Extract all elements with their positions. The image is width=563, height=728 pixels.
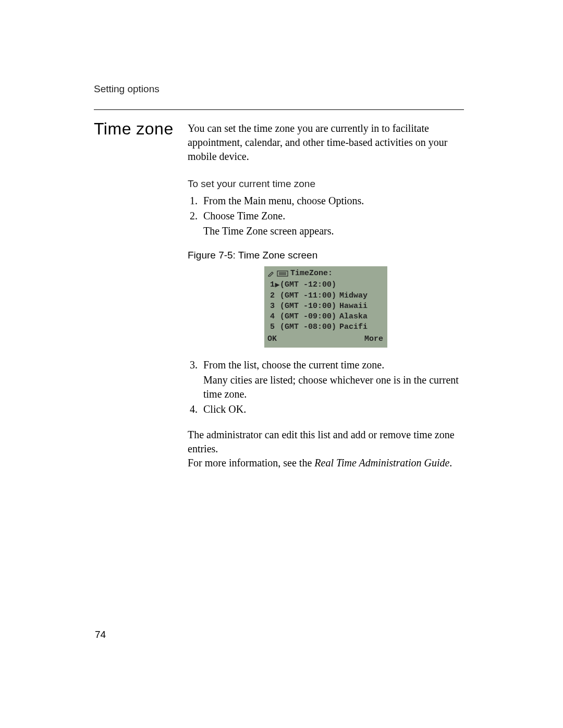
row-spacer <box>275 324 280 331</box>
row-spacer <box>275 313 280 321</box>
selection-arrow-icon: ▶ <box>275 281 280 289</box>
step-text: From the list, choose the current time z… <box>203 359 384 371</box>
title-column: Time zone <box>94 119 188 139</box>
screen-row: 5 (GMT -08:00)Pacifi <box>267 322 384 332</box>
screen-row: 4 (GMT -09:00)Alaska <box>267 312 384 322</box>
row-number: 5 <box>267 322 275 332</box>
row-gmt: (GMT -10:00) <box>280 301 336 312</box>
row-label: Pacifi <box>339 322 368 332</box>
closing-line2-suffix: . <box>449 457 452 468</box>
pencil-icon <box>267 270 275 277</box>
row-number: 4 <box>267 312 275 322</box>
row-number: 2 <box>267 291 275 301</box>
ok-softkey: OK <box>267 334 277 344</box>
row-gmt: (GMT -08:00) <box>280 322 336 332</box>
step-text: Choose Time Zone. <box>203 210 285 221</box>
row-label: Alaska <box>339 312 368 322</box>
horizontal-rule <box>94 109 464 110</box>
step-note: The Time Zone screen appears. <box>203 224 464 238</box>
steps-list-part1: From the Main menu, choose Options. Choo… <box>188 194 464 238</box>
screen-row: 3 (GMT -10:00)Hawaii <box>267 301 384 312</box>
row-gmt: (GMT -09:00) <box>280 312 336 322</box>
closing-line2-italic: Real Time Administration Guide <box>314 457 449 468</box>
step-item: From the Main menu, choose Options. <box>200 194 464 208</box>
row-number: 3 <box>267 301 275 312</box>
step-item: From the list, choose the current time z… <box>200 358 464 401</box>
screen-footer: OK More <box>267 334 384 344</box>
intro-paragraph: You can set the time zone you are curren… <box>188 121 464 164</box>
row-label: Hawaii <box>339 301 368 312</box>
content-columns: Time zone You can set the time zone you … <box>94 119 464 470</box>
running-header: Setting options <box>94 83 464 95</box>
figure-caption: Figure 7-5: Time Zone screen <box>188 250 464 261</box>
row-gmt: (GMT -12:00) <box>280 280 336 290</box>
step-item: Choose Time Zone. The Time Zone screen a… <box>200 209 464 238</box>
row-spacer <box>275 302 280 310</box>
menu-box-icon <box>277 270 288 277</box>
closing-line2-prefix: For more information, see the <box>188 457 314 468</box>
more-softkey: More <box>364 334 383 344</box>
document-page: Setting options Time zone You can set th… <box>0 0 563 728</box>
body-column: You can set the time zone you are curren… <box>188 119 464 470</box>
steps-list-part2: From the list, choose the current time z… <box>188 358 464 416</box>
row-number: 1 <box>267 280 275 290</box>
timezone-screen: TimeZone: 1▶(GMT -12:00) 2 (GMT -11:00)M… <box>264 266 387 348</box>
row-spacer <box>275 292 280 300</box>
row-label: Midway <box>339 291 368 301</box>
section-title: Time zone <box>94 119 188 139</box>
row-gmt: (GMT -11:00) <box>280 291 336 301</box>
closing-line1: The administrator can edit this list and… <box>188 429 455 454</box>
step-text: Click OK. <box>203 403 246 415</box>
screen-title: TimeZone: <box>290 268 333 279</box>
step-note: Many cities are listed; choose whichever… <box>203 373 464 401</box>
screen-title-row: TimeZone: <box>267 268 384 279</box>
step-item: Click OK. <box>200 402 464 416</box>
procedure-heading: To set your current time zone <box>188 178 464 190</box>
step-text: From the Main menu, choose Options. <box>203 195 364 206</box>
closing-paragraph: The administrator can edit this list and… <box>188 428 464 470</box>
page-number: 74 <box>95 629 106 640</box>
figure-wrap: TimeZone: 1▶(GMT -12:00) 2 (GMT -11:00)M… <box>188 266 464 348</box>
screen-row: 1▶(GMT -12:00) <box>267 280 384 290</box>
screen-row: 2 (GMT -11:00)Midway <box>267 291 384 301</box>
